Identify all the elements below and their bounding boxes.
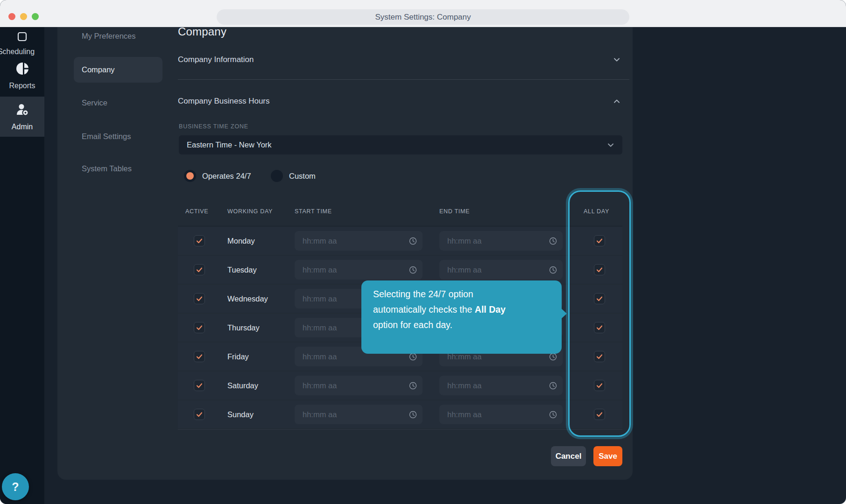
end-time-input[interactable] [439,231,563,251]
all-day-checkbox[interactable] [594,322,605,333]
day-label: Sunday [227,400,254,428]
col-header-active: ACTIVE [185,208,208,215]
coachmark-tooltip: Selecting the 24/7 option automatically … [361,280,562,354]
maximize-window-icon[interactable] [32,13,39,20]
user-gear-icon [15,103,29,119]
minimize-window-icon[interactable] [20,13,27,20]
col-header-all-day: ALL DAY [584,208,609,215]
day-label: Friday [227,343,249,371]
clock-icon[interactable] [409,382,417,390]
radio-selected-icon[interactable] [184,170,196,182]
radio-unselected-icon[interactable] [271,170,283,182]
col-header-working-day: WORKING DAY [227,208,273,215]
timezone-select[interactable]: Eastern Time - New York [179,135,622,154]
clock-icon[interactable] [409,353,417,361]
tooltip-text: automatically checks the [373,304,475,315]
sidebar-item-label: Reports [9,82,35,90]
radio-label: Operates 24/7 [202,172,251,181]
clock-icon[interactable] [549,266,557,274]
window-title: System Settings: Company [217,9,629,25]
clock-icon[interactable] [549,237,557,245]
col-header-end-time: END TIME [439,208,470,215]
all-day-checkbox[interactable] [594,409,605,420]
active-checkbox[interactable] [194,293,205,304]
sidebar-item-label: Admin [12,123,33,131]
timezone-label: BUSINESS TIME ZONE [179,123,248,130]
all-day-checkbox[interactable] [594,380,605,391]
page-title: Company [178,25,226,38]
tooltip-text: option for each day. [373,320,452,330]
clock-icon[interactable] [409,237,417,245]
cancel-button[interactable]: Cancel [551,446,586,466]
all-day-checkbox[interactable] [594,235,605,246]
section-title-company-information[interactable]: Company Information [178,55,254,64]
window-titlebar: System Settings: Company [0,0,846,27]
active-checkbox[interactable] [194,351,205,362]
nav-item-service[interactable]: Service [82,98,107,107]
sidebar-item-label: Scheduling [0,48,35,56]
section-title-business-hours[interactable]: Company Business Hours [178,97,270,106]
day-label: Monday [227,227,255,255]
start-time-input[interactable] [295,376,423,395]
save-button[interactable]: Save [593,446,622,466]
end-time-input[interactable] [439,260,563,280]
nav-item-system-tables[interactable]: System Tables [82,164,132,173]
table-top-divider [178,226,622,226]
section-divider [178,79,629,80]
nav-item-label: Company [82,65,115,74]
start-time-input[interactable] [295,231,423,251]
clock-icon[interactable] [409,411,417,419]
tooltip-bold-text: All Day [475,304,506,315]
tooltip-text: Selecting the 24/7 option [373,289,473,299]
end-time-input[interactable] [439,405,563,424]
all-day-checkbox[interactable] [594,293,605,304]
nav-item-my-preferences[interactable]: My Preferences [82,32,136,41]
clock-icon[interactable] [409,266,417,274]
all-day-checkbox[interactable] [594,264,605,275]
app-window: Scheduling Reports Admin [0,0,846,504]
day-label: Saturday [227,371,258,399]
timezone-value: Eastern Time - New York [187,140,272,149]
table-row: Sunday [178,400,622,428]
chevron-down-icon [607,141,614,149]
help-button[interactable]: ? [2,473,29,500]
table-row: Monday [178,227,622,255]
table-row: Saturday [178,371,622,399]
day-label: Thursday [227,314,260,342]
active-checkbox[interactable] [194,322,205,333]
active-checkbox[interactable] [194,409,205,420]
radio-custom[interactable]: Custom [265,170,316,182]
nav-item-company[interactable]: Company [74,57,162,83]
start-time-input[interactable] [295,260,423,280]
pie-chart-icon [15,62,29,77]
sidebar-item-reports[interactable]: Reports [0,62,44,90]
day-label: Tuesday [227,256,257,284]
chevron-down-icon[interactable] [613,56,620,63]
end-time-input[interactable] [439,376,563,395]
radio-label: Custom [289,172,316,181]
nav-item-email-settings[interactable]: Email Settings [82,132,131,141]
active-checkbox[interactable] [194,264,205,275]
active-checkbox[interactable] [194,380,205,391]
clock-icon[interactable] [549,411,557,419]
clock-icon[interactable] [549,382,557,390]
sidebar-item-scheduling[interactable]: Scheduling [0,32,44,56]
clock-icon[interactable] [549,353,557,361]
close-window-icon[interactable] [8,13,15,20]
col-header-start-time: START TIME [295,208,332,215]
icon-sidebar: Scheduling Reports Admin [0,27,44,504]
start-time-input[interactable] [295,405,423,424]
radio-operates-24-7[interactable]: Operates 24/7 [178,170,251,182]
active-checkbox[interactable] [194,235,205,246]
day-label: Wednesday [227,285,268,313]
sidebar-item-admin[interactable]: Admin [0,97,44,137]
calendar-icon [17,32,27,43]
chevron-up-icon[interactable] [613,98,620,105]
table-row: Tuesday [178,256,622,284]
table-bottom-divider [178,429,622,430]
all-day-checkbox[interactable] [594,351,605,362]
